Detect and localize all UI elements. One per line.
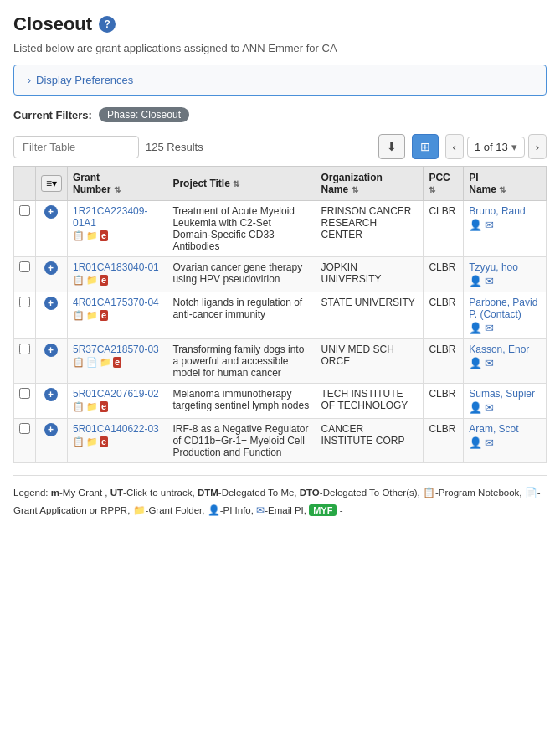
page-number: 1 of 13 (475, 141, 508, 153)
col-menu-btn[interactable]: ≡▾ (41, 175, 62, 192)
folder-icon-1[interactable]: 📁 (86, 230, 98, 241)
plus-icon-1[interactable]: + (44, 205, 58, 219)
prev-page-button[interactable]: ‹ (445, 134, 464, 159)
project-title-cell-6: IRF-8 as a Negative Regulator of CD11b+G… (167, 419, 316, 463)
folder-icon-6[interactable]: 📁 (86, 436, 98, 447)
grant-icons-1: 📋 📁 e (73, 230, 162, 241)
row-checkbox-4[interactable] (14, 339, 36, 384)
chevron-right-icon: › (28, 75, 31, 86)
notebook-icon-2[interactable]: 📋 (73, 275, 85, 286)
grid-view-button[interactable]: ⊞ (412, 134, 439, 159)
org-name-cell-4: UNIV MED SCH ORCE (316, 339, 424, 384)
folder-icon-4[interactable]: 📁 (100, 357, 111, 368)
pi-name-cell-2: Tzyyu, hoo 👤 ✉ (464, 257, 547, 292)
pi-name-link-5[interactable]: Sumas, Supier (469, 388, 535, 400)
folder-icon-3[interactable]: 📁 (86, 310, 98, 321)
page-subtitle: Listed below are grant applications assi… (13, 42, 547, 54)
plus-icon-2[interactable]: + (44, 261, 58, 275)
grant-number-link-1[interactable]: 1R21CA223409-01A1 (73, 205, 147, 229)
col-project-title: Project Title ⇅ (167, 167, 316, 201)
grant-number-link-5[interactable]: 5R01CA207619-02 (73, 388, 159, 400)
pi-person-icon-6[interactable]: 👤 (469, 436, 482, 449)
grant-number-link-4[interactable]: 5R37CA218570-03 (73, 344, 159, 355)
download-button[interactable]: ⬇ (378, 134, 405, 159)
pi-name-link-4[interactable]: Kasson, Enor (469, 344, 529, 355)
current-filters: Current Filters: Phase: Closeout (13, 107, 547, 122)
plus-icon-6[interactable]: + (44, 423, 58, 436)
pi-mail-icon-6[interactable]: ✉ (485, 436, 494, 449)
display-prefs-panel[interactable]: › Display Preferences (13, 65, 547, 96)
filter-badge-phase[interactable]: Phase: Closeout (99, 107, 189, 122)
e-icon-4[interactable]: e (113, 357, 121, 368)
row-checkbox-1[interactable] (14, 201, 36, 257)
row-plus-6[interactable]: + (36, 419, 68, 463)
grant-icons-2: 📋 📁 e (73, 275, 162, 286)
row-checkbox-3[interactable] (14, 292, 36, 339)
project-title-cell-1: Treatment of Acute Myeloid Leukemia with… (167, 201, 316, 257)
pi-mail-icon-1[interactable]: ✉ (485, 219, 494, 231)
pdf-icon-4[interactable]: 📄 (86, 357, 98, 368)
e-icon-5[interactable]: e (100, 401, 108, 412)
plus-icon-5[interactable]: + (44, 388, 58, 401)
pi-name-link-2[interactable]: Tzyyu, hoo (469, 261, 518, 273)
page-title: Closeout (13, 13, 92, 35)
folder-icon-5[interactable]: 📁 (86, 401, 98, 412)
notebook-icon-4[interactable]: 📋 (73, 357, 85, 368)
pi-icons-4: 👤 ✉ (469, 357, 541, 369)
row-checkbox-6[interactable] (14, 419, 36, 463)
page-dropdown-icon[interactable]: ▾ (511, 141, 517, 153)
pi-name-link-3[interactable]: Parbone, Pavid P. (Contact) (469, 297, 537, 320)
legend-folder-icon: 📁 (133, 504, 146, 516)
filters-label: Current Filters: (13, 109, 92, 121)
pi-icons-2: 👤 ✉ (469, 275, 541, 287)
grant-number-link-6[interactable]: 5R01CA140622-03 (73, 423, 159, 435)
pi-person-icon-2[interactable]: 👤 (469, 275, 482, 287)
pi-person-icon-1[interactable]: 👤 (469, 219, 482, 231)
row-plus-4[interactable]: + (36, 339, 68, 384)
notebook-icon-1[interactable]: 📋 (73, 230, 85, 241)
pi-icons-3: 👤 ✉ (469, 322, 541, 334)
pi-mail-icon-2[interactable]: ✉ (485, 275, 494, 287)
pi-name-link-6[interactable]: Aram, Scot (469, 423, 518, 435)
filter-input[interactable] (13, 136, 139, 158)
notebook-icon-3[interactable]: 📋 (73, 310, 85, 321)
pi-mail-icon-4[interactable]: ✉ (485, 357, 494, 369)
folder-icon-2[interactable]: 📁 (86, 275, 98, 286)
help-icon[interactable]: ? (99, 16, 116, 33)
e-icon-1[interactable]: e (100, 230, 108, 241)
e-icon-3[interactable]: e (100, 310, 108, 321)
next-page-button[interactable]: › (528, 134, 547, 159)
pcc-cell-2: CLBR (424, 257, 464, 292)
pi-mail-icon-5[interactable]: ✉ (485, 401, 494, 414)
notebook-icon-6[interactable]: 📋 (73, 436, 85, 447)
grant-number-link-3[interactable]: 4R01CA175370-04 (73, 297, 159, 308)
project-title-cell-2: Ovarian cancer gene therapy using HPV ps… (167, 257, 316, 292)
row-checkbox-5[interactable] (14, 384, 36, 419)
row-plus-1[interactable]: + (36, 201, 68, 257)
row-plus-2[interactable]: + (36, 257, 68, 292)
project-title-cell-4: Transforming family dogs into a powerful… (167, 339, 316, 384)
legend: Legend: m-My Grant , UT-Click to untrack… (13, 475, 547, 519)
pi-person-icon-3[interactable]: 👤 (469, 322, 482, 334)
e-icon-6[interactable]: e (100, 436, 108, 447)
grant-number-cell-3: 4R01CA175370-04 📋 📁 e (68, 292, 167, 339)
grant-number-link-2[interactable]: 1R01CA183040-01 (73, 261, 159, 273)
plus-icon-3[interactable]: + (44, 297, 58, 310)
row-plus-3[interactable]: + (36, 292, 68, 339)
pi-mail-icon-3[interactable]: ✉ (485, 322, 494, 334)
grant-number-cell-5: 5R01CA207619-02 📋 📁 e (68, 384, 167, 419)
notebook-icon-5[interactable]: 📋 (73, 401, 85, 412)
pi-person-icon-5[interactable]: 👤 (469, 401, 482, 414)
e-icon-2[interactable]: e (100, 275, 108, 286)
project-title-cell-3: Notch ligands in regulation of anti-canc… (167, 292, 316, 339)
pi-name-link-1[interactable]: Bruno, Rand (469, 205, 525, 217)
pi-person-icon-4[interactable]: 👤 (469, 357, 482, 369)
row-plus-5[interactable]: + (36, 384, 68, 419)
legend-person-icon: 👤 (208, 504, 220, 516)
legend-m: m (51, 488, 59, 498)
pagination: ‹ 1 of 13 ▾ › (445, 134, 547, 159)
grant-number-cell-4: 5R37CA218570-03 📋 📄 📁 e (68, 339, 167, 384)
col-checkbox (14, 167, 36, 201)
row-checkbox-2[interactable] (14, 257, 36, 292)
plus-icon-4[interactable]: + (44, 344, 58, 357)
